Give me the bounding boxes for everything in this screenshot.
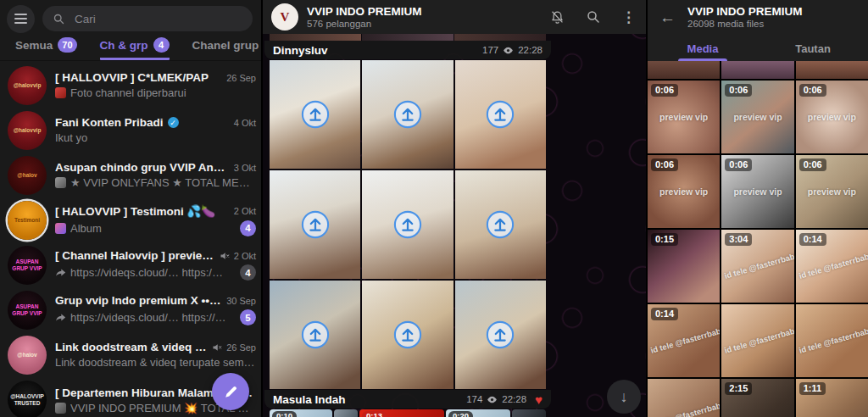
- more-options-icon[interactable]: ⋮: [621, 10, 636, 25]
- notifications-muted-icon[interactable]: [549, 9, 565, 25]
- chat-preview: [ Channel Halovvip ] preview ••• … ✓ 2 O…: [55, 249, 256, 281]
- chat-name: [ HALOVVIP ] Testimoni 💦🍆: [55, 204, 215, 218]
- media-thumbnail[interactable]: id tele @fasterrbaby: [796, 304, 868, 377]
- media-thumbnail[interactable]: preview vip 0:06: [796, 81, 868, 153]
- tab-ch-grp[interactable]: Ch & grp 4: [100, 37, 170, 60]
- media-tabs: Media Tautan: [648, 34, 868, 61]
- chat-preview: Fani Konten Pribadi ✓ 4 Okt Ikut yo: [55, 116, 256, 144]
- media-duration: 0:06: [799, 158, 826, 171]
- channel-header-text[interactable]: VVIP INDO PREMIUM 576 pelanggan: [307, 5, 422, 29]
- video-thumbnail[interactable]: [512, 409, 546, 417]
- media-thumbnail[interactable]: [648, 61, 720, 79]
- chat-list-item[interactable]: ASUPAN GRUP VVIP [ Channel Halovvip ] pr…: [0, 242, 261, 287]
- video-thumbnail[interactable]: 0:13: [359, 409, 444, 417]
- chat-preview: [ HALLOVVIP ] C*LMEK/PAP ✓ 26 Sep Foto c…: [55, 71, 256, 99]
- chat-name: Asupan chindo grup VVIP Aneka •••…: [55, 161, 230, 174]
- chat-subtitle: https://videqs.cloud/… https:/…: [70, 266, 236, 279]
- media-header: ← VVIP INDO PREMIUM 26098 media files: [648, 0, 868, 34]
- photo-thumbnail[interactable]: [270, 60, 360, 169]
- channel-avatar[interactable]: V: [271, 3, 298, 31]
- chat-subtitle: Link doodstream & videq terupate sematka…: [55, 356, 256, 369]
- search-input[interactable]: [73, 12, 242, 26]
- media-thumbnail[interactable]: id tele @fasterrbaby 3:04: [721, 230, 793, 303]
- image-sliver: [362, 34, 453, 41]
- download-cloud-icon[interactable]: [486, 100, 515, 129]
- chat-list: @halovvip [ HALLOVVIP ] C*LMEK/PAP ✓ 26 …: [0, 61, 261, 417]
- download-cloud-icon[interactable]: [393, 100, 422, 129]
- photo-thumbnail[interactable]: [270, 281, 360, 389]
- chat-list-item[interactable]: @halov Link doodstream & videq terupate …: [0, 332, 261, 377]
- compose-button[interactable]: [212, 373, 249, 410]
- download-cloud-icon[interactable]: [393, 320, 422, 349]
- media-thumbnail[interactable]: preview vip 0:06: [648, 81, 720, 153]
- heart-reaction[interactable]: ♥: [535, 393, 542, 406]
- photo-thumbnail[interactable]: [362, 170, 453, 279]
- download-cloud-icon[interactable]: [486, 210, 515, 239]
- next-album-thumbnails: 0:10 0:13 0:20: [270, 409, 546, 417]
- media-thumbnail[interactable]: id tele @fasterrbaby: [648, 379, 720, 417]
- watermark-text: id tele @fasterrbaby: [721, 304, 793, 377]
- watermark-text: id tele @fasterrbaby: [796, 304, 868, 377]
- chat-time: 30 Sep: [226, 296, 256, 306]
- sidebar-header: [0, 0, 261, 32]
- search-bar[interactable]: [42, 6, 253, 31]
- scroll-down-icon: ↓: [620, 388, 628, 406]
- views-count: 177: [482, 45, 498, 55]
- menu-icon[interactable]: [7, 5, 35, 33]
- chat-subtitle: Album: [70, 222, 236, 235]
- tab-media[interactable]: Media: [648, 34, 758, 61]
- tab-tautan[interactable]: Tautan: [758, 34, 868, 61]
- video-thumbnail[interactable]: 0:20: [446, 409, 510, 417]
- media-duration: 0:06: [725, 158, 752, 171]
- download-cloud-icon[interactable]: [486, 320, 515, 349]
- photo-thumbnail[interactable]: [455, 281, 546, 389]
- media-thumbnail[interactable]: preview vip 0:06: [648, 155, 720, 228]
- photo-thumbnail[interactable]: [270, 170, 360, 279]
- media-thumbnail[interactable]: preview vip 0:06: [721, 155, 793, 228]
- video-thumbnail[interactable]: 0:10: [270, 409, 332, 417]
- media-grid: preview vip 0:06 preview vip 0:06 previe…: [648, 61, 868, 417]
- scroll-down-button[interactable]: ↓: [607, 380, 641, 414]
- media-thumbnail[interactable]: preview vip 0:06: [796, 155, 868, 228]
- chat-time: 2 Okt: [234, 251, 256, 261]
- media-thumbnail[interactable]: id tele @fasterrbaby 0:14: [796, 230, 868, 303]
- chat-time: 26 Sep: [226, 73, 256, 83]
- download-cloud-icon[interactable]: [301, 210, 330, 239]
- photo-thumbnail[interactable]: [455, 60, 546, 169]
- tab-chanel-grup[interactable]: Chanel grup 4: [192, 37, 263, 60]
- media-thumbnail[interactable]: [796, 61, 868, 79]
- search-icon[interactable]: [586, 9, 601, 25]
- media-header-text: VVIP INDO PREMIUM 26098 media files: [687, 5, 803, 30]
- photo-thumbnail[interactable]: [455, 170, 546, 279]
- photo-thumbnail[interactable]: [362, 60, 453, 169]
- media-thumbnail[interactable]: id tele @fasterrbaby: [721, 304, 793, 377]
- subtitle-thumbnail: [55, 403, 66, 414]
- media-thumbnail[interactable]: [721, 61, 793, 79]
- media-thumbnail[interactable]: 1:11: [796, 379, 868, 417]
- tab-semua[interactable]: Semua 70: [15, 37, 77, 60]
- video-thumbnail[interactable]: [334, 409, 358, 417]
- chat-list-item[interactable]: @halovvip [ HALLOVVIP ] C*LMEK/PAP ✓ 26 …: [0, 63, 261, 108]
- media-duration: 0:06: [725, 84, 752, 97]
- chat-list-item[interactable]: @halovvip Fani Konten Pribadi ✓ 4 Okt Ik…: [0, 108, 261, 153]
- download-cloud-icon[interactable]: [301, 320, 330, 349]
- download-cloud-icon[interactable]: [301, 100, 330, 129]
- chat-list-item[interactable]: ASUPAN GRUP VVIP Grup vvip Indo premium …: [0, 287, 261, 332]
- media-thumbnail[interactable]: 2:15: [721, 379, 793, 417]
- media-duration: 0:14: [799, 233, 826, 246]
- forward-icon: [55, 267, 66, 278]
- views-count: 174: [466, 394, 482, 404]
- chat-list-item[interactable]: Testimoni [ HALOVVIP ] Testimoni 💦🍆 ✓ 2 …: [0, 197, 261, 242]
- subtitle-thumbnail: [55, 87, 66, 98]
- back-icon[interactable]: ←: [659, 9, 676, 25]
- media-thumbnail[interactable]: id tele @fasterrbaby 0:14: [648, 304, 720, 377]
- search-icon: [53, 13, 65, 25]
- photo-thumbnail[interactable]: [362, 281, 453, 389]
- media-duration: 0:06: [651, 158, 678, 171]
- tab-badge: 4: [153, 37, 170, 53]
- views-eye-icon: [487, 396, 498, 403]
- chat-list-item[interactable]: @halov Asupan chindo grup VVIP Aneka •••…: [0, 153, 261, 197]
- download-cloud-icon[interactable]: [393, 210, 422, 239]
- media-thumbnail[interactable]: preview vip 0:06: [721, 81, 793, 153]
- media-thumbnail[interactable]: 0:15: [648, 230, 720, 303]
